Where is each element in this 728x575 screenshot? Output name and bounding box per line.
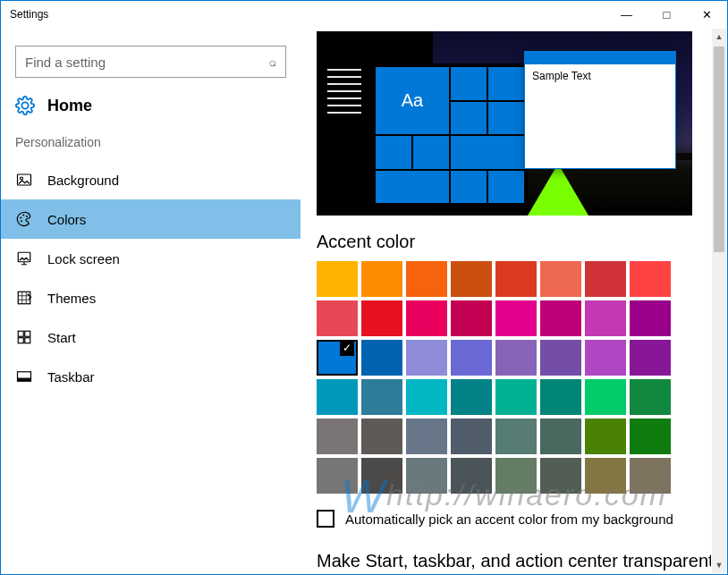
sidebar-item-colors[interactable]: Colors	[1, 199, 301, 239]
color-swatch[interactable]	[630, 300, 671, 336]
color-swatch[interactable]	[361, 379, 402, 415]
sidebar-item-label: Background	[47, 173, 119, 188]
content-area: Aa Sample Text Accent color Automaticall…	[301, 28, 727, 574]
svg-rect-13	[18, 378, 31, 382]
color-swatch[interactable]	[540, 261, 581, 297]
colors-icon	[15, 211, 33, 227]
color-swatch[interactable]	[585, 458, 626, 494]
color-swatch[interactable]	[630, 458, 671, 494]
color-swatch[interactable]	[361, 300, 402, 336]
color-swatch[interactable]	[451, 261, 492, 297]
color-swatch[interactable]	[317, 419, 358, 454]
scrollbar[interactable]: ▲ ▼	[712, 29, 726, 573]
svg-point-1	[21, 177, 23, 180]
color-swatch[interactable]	[495, 379, 537, 415]
start-preview: Aa	[322, 63, 528, 207]
svg-point-4	[26, 216, 28, 217]
home-label: Home	[47, 97, 92, 115]
sidebar-item-start[interactable]: Start	[1, 317, 301, 357]
preview-tile-aa: Aa	[376, 67, 449, 134]
svg-rect-9	[25, 331, 30, 336]
color-swatch[interactable]	[406, 458, 447, 494]
color-swatch[interactable]	[451, 340, 492, 376]
color-swatch[interactable]	[361, 419, 402, 454]
sidebar: Find a setting ⌕ Home Personalization Ba…	[1, 28, 301, 574]
color-swatch[interactable]	[630, 261, 671, 297]
color-swatch[interactable]	[317, 379, 358, 415]
color-swatch[interactable]	[406, 340, 447, 376]
sidebar-item-taskbar[interactable]: Taskbar	[1, 357, 301, 396]
color-swatch[interactable]	[495, 340, 537, 376]
close-button[interactable]: ✕	[687, 1, 727, 28]
color-swatch[interactable]	[495, 261, 537, 297]
titlebar: Settings — □ ✕	[1, 1, 727, 28]
search-input[interactable]: Find a setting ⌕	[15, 46, 286, 78]
color-swatch[interactable]	[406, 261, 447, 297]
home-button[interactable]: Home	[1, 92, 301, 124]
sidebar-item-label: Start	[47, 330, 76, 345]
color-swatch[interactable]	[630, 419, 671, 454]
svg-point-5	[21, 220, 22, 222]
sidebar-item-lock-screen[interactable]: Lock screen	[1, 239, 301, 278]
color-swatch[interactable]	[451, 379, 492, 415]
themes-icon	[15, 290, 33, 306]
color-swatch[interactable]	[630, 379, 671, 415]
color-swatch[interactable]	[361, 340, 402, 376]
minimize-button[interactable]: —	[606, 1, 647, 28]
color-swatch[interactable]	[585, 261, 626, 297]
sample-window: Sample Text	[524, 51, 676, 169]
color-swatch[interactable]	[406, 300, 447, 336]
color-swatch[interactable]	[406, 379, 447, 415]
section-label: Personalization	[1, 124, 301, 160]
auto-color-checkbox[interactable]: Automatically pick an accent color from …	[317, 510, 711, 528]
color-swatch[interactable]	[495, 419, 537, 454]
svg-rect-7	[18, 292, 30, 304]
color-swatch[interactable]	[585, 379, 626, 415]
sidebar-item-label: Lock screen	[47, 251, 120, 266]
color-swatch[interactable]	[585, 340, 626, 376]
window-title: Settings	[10, 8, 48, 21]
maximize-button[interactable]: □	[647, 1, 687, 28]
settings-window: Settings — □ ✕ Find a setting ⌕ Home Per…	[0, 0, 728, 575]
color-swatch[interactable]	[317, 340, 358, 376]
color-swatch[interactable]	[540, 458, 581, 494]
transparency-heading: Make Start, taskbar, and action center t…	[317, 551, 711, 571]
color-swatch[interactable]	[451, 458, 492, 494]
color-swatch[interactable]	[317, 300, 358, 336]
sidebar-item-themes[interactable]: Themes	[1, 278, 301, 317]
svg-rect-11	[25, 338, 30, 343]
color-swatch[interactable]	[630, 340, 671, 376]
color-swatch[interactable]	[317, 261, 358, 297]
color-swatch[interactable]	[540, 379, 581, 415]
color-swatch[interactable]	[495, 458, 537, 494]
preview-pane: Aa Sample Text	[317, 31, 692, 216]
scroll-down-icon[interactable]: ▼	[712, 557, 726, 573]
background-icon	[15, 172, 33, 188]
color-swatch[interactable]	[361, 458, 402, 494]
color-swatch[interactable]	[585, 419, 626, 454]
color-swatch[interactable]	[585, 300, 626, 336]
lock-screen-icon	[15, 250, 33, 266]
sidebar-item-background[interactable]: Background	[1, 160, 301, 199]
scrollbar-thumb[interactable]	[714, 47, 724, 252]
accent-heading: Accent color	[317, 232, 711, 252]
svg-point-2	[20, 217, 21, 219]
color-swatch[interactable]	[451, 419, 492, 454]
svg-rect-8	[18, 331, 23, 336]
start-icon	[15, 329, 33, 345]
color-swatch[interactable]	[495, 300, 537, 336]
sidebar-item-label: Colors	[47, 212, 86, 227]
color-swatch[interactable]	[317, 458, 358, 494]
scroll-up-icon[interactable]: ▲	[712, 29, 726, 45]
svg-rect-10	[18, 338, 23, 343]
color-swatch[interactable]	[406, 419, 447, 454]
sample-text: Sample Text	[525, 64, 675, 88]
color-swatch[interactable]	[540, 340, 581, 376]
color-swatch[interactable]	[361, 261, 402, 297]
svg-point-3	[22, 215, 24, 216]
checkbox-icon	[317, 510, 334, 528]
color-swatch[interactable]	[540, 300, 581, 336]
search-icon: ⌕	[269, 55, 276, 69]
color-swatch[interactable]	[540, 419, 581, 454]
color-swatch[interactable]	[451, 300, 492, 336]
